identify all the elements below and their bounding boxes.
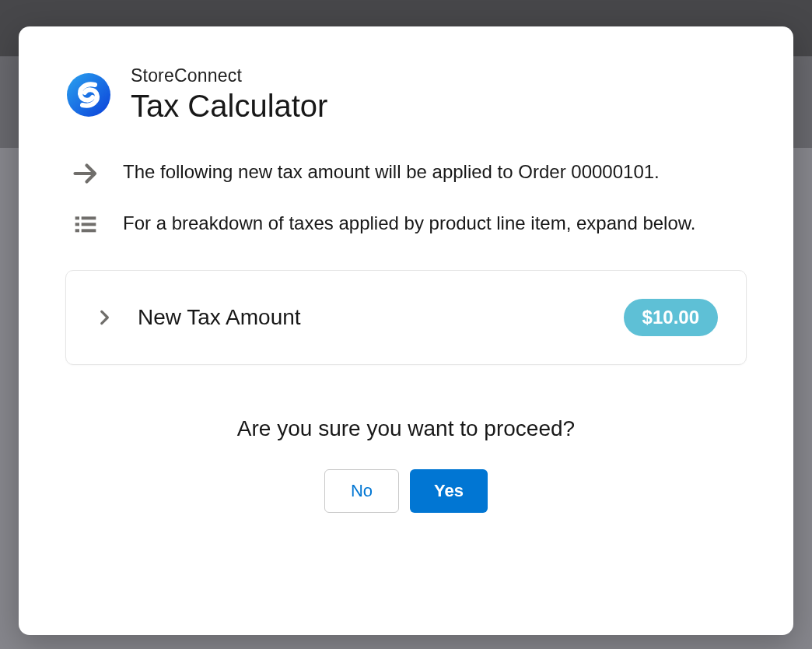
info-row-breakdown: For a breakdown of taxes applied by prod… [65, 209, 747, 239]
modal-overline: StoreConnect [131, 65, 327, 86]
info-row-applied: The following new tax amount will be app… [65, 158, 747, 188]
info-text-applied: The following new tax amount will be app… [123, 158, 660, 186]
confirm-section: Are you sure you want to proceed? No Yes [65, 416, 747, 513]
chevron-right-icon [94, 307, 114, 328]
button-row: No Yes [65, 469, 747, 513]
svg-rect-3 [82, 216, 96, 219]
new-tax-amount-row[interactable]: New Tax Amount $10.00 [65, 270, 747, 365]
modal-title: Tax Calculator [131, 88, 327, 124]
svg-rect-4 [75, 223, 79, 226]
yes-button[interactable]: Yes [410, 469, 488, 513]
arrow-right-icon [72, 160, 100, 188]
list-breakdown-icon [72, 211, 100, 239]
info-text-breakdown: For a breakdown of taxes applied by prod… [123, 209, 695, 237]
svg-rect-2 [75, 216, 79, 219]
svg-rect-7 [82, 229, 96, 232]
svg-point-0 [67, 73, 110, 117]
new-tax-amount-label: New Tax Amount [138, 305, 624, 330]
storeconnect-logo-icon [65, 72, 112, 118]
tax-calculator-modal: StoreConnect Tax Calculator The followin… [19, 26, 793, 635]
svg-rect-5 [82, 223, 96, 226]
confirm-prompt: Are you sure you want to proceed? [65, 416, 747, 441]
tax-amount-badge: $10.00 [624, 299, 718, 336]
no-button[interactable]: No [324, 469, 399, 513]
modal-header: StoreConnect Tax Calculator [65, 65, 747, 124]
svg-rect-6 [75, 229, 79, 232]
